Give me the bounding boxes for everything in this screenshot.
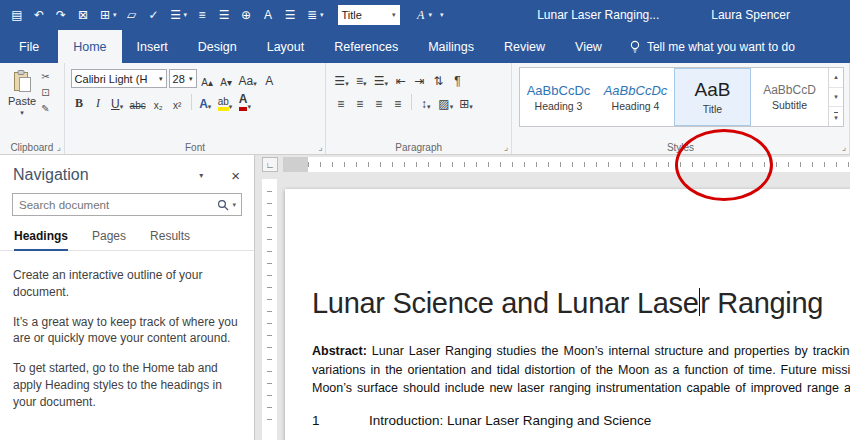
- tab-review[interactable]: Review: [489, 30, 560, 63]
- section-heading[interactable]: 1 Introduction: Lunar Laser Ranging and …: [312, 413, 850, 428]
- redo-button[interactable]: ↷: [54, 0, 68, 30]
- show-formatting-marks-button[interactable]: ¶: [449, 70, 466, 88]
- styles-dialog-launcher-icon[interactable]: ⌟: [842, 142, 846, 152]
- align-left-button[interactable]: ≡: [332, 93, 349, 111]
- close-icon[interactable]: ×: [231, 167, 240, 184]
- tab-mailings[interactable]: Mailings: [413, 30, 489, 63]
- vertical-ruler[interactable]: [262, 179, 277, 440]
- gallery-scroll-down-icon[interactable]: ▾: [829, 88, 843, 108]
- italic-button[interactable]: I: [90, 93, 107, 111]
- chevron-down-icon: ▾: [229, 103, 233, 111]
- text-effects-button[interactable]: A▾: [197, 93, 214, 111]
- cut-icon[interactable]: ✂: [41, 71, 49, 82]
- clipboard-group: Paste ▾ ✂ ⊡ ✎ Clipboard ⌟: [0, 63, 65, 154]
- strikethrough-button[interactable]: abc: [128, 93, 148, 111]
- bold-button[interactable]: B: [71, 93, 88, 111]
- decrease-indent-button[interactable]: ⇤: [392, 70, 409, 88]
- tab-layout[interactable]: Layout: [252, 30, 320, 63]
- font-dialog-launcher-icon[interactable]: ⌟: [318, 142, 322, 152]
- navigation-options-icon[interactable]: ▾: [199, 171, 203, 180]
- increase-indent-button[interactable]: ⇥: [411, 70, 428, 88]
- bullets-button-qat[interactable]: ☰▾: [169, 0, 188, 30]
- tab-references[interactable]: References: [319, 30, 413, 63]
- tab-design[interactable]: Design: [183, 30, 252, 63]
- numbering-button[interactable]: ≡▾: [353, 70, 370, 88]
- text-effects-button-qat[interactable]: A▾: [414, 0, 433, 30]
- open-folder-icon[interactable]: ▱: [125, 0, 139, 30]
- horizontal-ruler[interactable]: [283, 157, 850, 172]
- numbered-list-button[interactable]: ≣▾: [305, 0, 324, 30]
- multilevel-list-button[interactable]: ☰▾: [372, 70, 390, 88]
- list-icon[interactable]: ☰: [283, 0, 297, 30]
- line-spacing-button[interactable]: ↕▾: [417, 93, 434, 111]
- gallery-scroll-up-icon[interactable]: ▴: [829, 68, 843, 88]
- tab-file[interactable]: File: [0, 30, 58, 63]
- format-painter-icon[interactable]: ✎: [41, 103, 49, 114]
- font-color-button[interactable]: A▾: [236, 93, 253, 111]
- styles-group-label: Styles: [512, 142, 849, 153]
- bullets-button[interactable]: ☰▾: [332, 70, 350, 88]
- tab-results[interactable]: Results: [150, 229, 190, 250]
- clear-formatting-button[interactable]: A: [261, 70, 278, 88]
- tab-insert[interactable]: Insert: [122, 30, 183, 63]
- borders-button[interactable]: ⊞▾: [457, 93, 475, 111]
- tab-selector-button[interactable]: ∟: [262, 157, 278, 172]
- navigation-pane-title: Navigation: [13, 166, 199, 184]
- highlight-button[interactable]: ab▾: [216, 93, 235, 111]
- ruler-ticks: [267, 191, 272, 431]
- globe-icon[interactable]: ⊕: [239, 0, 253, 30]
- paste-button[interactable]: Paste ▾: [3, 67, 41, 117]
- grow-font-button[interactable]: A▴: [199, 70, 216, 88]
- chevron-down-icon: ▾: [450, 103, 454, 111]
- superscript-button[interactable]: x²: [169, 93, 186, 111]
- sort-button[interactable]: ⇅: [430, 70, 447, 88]
- clipboard-icon: [13, 70, 32, 93]
- document-page[interactable]: Lunar Science and Lunar Laser Ranging Ab…: [285, 189, 850, 440]
- align-center-button[interactable]: ≡: [351, 93, 368, 111]
- style-heading4[interactable]: AaBbCcDc Heading 4: [597, 68, 674, 126]
- qat-style-combo[interactable]: Title ▾: [338, 5, 400, 25]
- change-case-button[interactable]: Aa▾: [237, 70, 259, 88]
- font-name-combo[interactable]: Calibri Light (H ▾: [71, 69, 167, 88]
- text-effects-icon: A: [199, 97, 208, 111]
- search-input[interactable]: [13, 199, 212, 211]
- subscript-button[interactable]: x₂: [150, 93, 167, 111]
- tab-pages[interactable]: Pages: [92, 229, 126, 250]
- tab-home[interactable]: Home: [58, 30, 121, 63]
- search-controls[interactable]: ▾: [212, 199, 241, 211]
- copy-icon[interactable]: ⊡: [41, 87, 49, 98]
- delete-icon[interactable]: ⊠: [76, 0, 90, 30]
- align-right-button[interactable]: ≡: [370, 93, 387, 111]
- abstract-line-3: Moon’s surface should include new laser …: [312, 379, 850, 398]
- style-name: Heading 4: [612, 100, 660, 112]
- ribbon-tab-strip: File Home Insert Design Layout Reference…: [0, 30, 850, 63]
- chevron-down-icon: ▾: [427, 103, 431, 111]
- tell-me-box[interactable]: Tell me what you want to do: [629, 30, 795, 63]
- style-title[interactable]: AaB Title: [674, 68, 751, 126]
- abstract-paragraph[interactable]: Abstract: Lunar Laser Ranging studies th…: [312, 342, 850, 398]
- shading-button[interactable]: ▨▾: [436, 93, 455, 111]
- style-subtitle[interactable]: AaBbCcD Subtitle: [751, 68, 828, 126]
- tab-view[interactable]: View: [560, 30, 617, 63]
- signed-in-user[interactable]: Laura Spencer: [711, 8, 790, 22]
- qat-overflow-icon[interactable]: ▾: [440, 11, 444, 19]
- justify-button[interactable]: ≡: [389, 93, 406, 111]
- numbering-icon[interactable]: ≡: [195, 0, 209, 30]
- clipboard-dialog-launcher-icon[interactable]: ⌟: [56, 142, 60, 152]
- chevron-down-icon: ▾: [429, 11, 433, 19]
- style-heading3[interactable]: AaBbCcDc Heading 3: [520, 68, 597, 126]
- table-button[interactable]: ⊞▾: [98, 0, 117, 30]
- style-preview: AaBbCcDc: [604, 83, 668, 98]
- paragraph-dialog-launcher-icon[interactable]: ⌟: [504, 142, 508, 152]
- shrink-font-button[interactable]: A▾: [218, 70, 235, 88]
- save-icon[interactable]: ▤: [10, 0, 24, 30]
- align-icon[interactable]: ☰: [217, 0, 231, 30]
- underline-button[interactable]: U▾: [109, 93, 126, 111]
- tab-headings[interactable]: Headings: [14, 229, 68, 251]
- spelling-icon[interactable]: ✓: [147, 0, 161, 30]
- font-icon[interactable]: A: [261, 0, 275, 30]
- document-title-text[interactable]: Lunar Science and Lunar Laser Ranging: [312, 287, 850, 320]
- font-size-combo[interactable]: 28 ▾: [169, 69, 197, 88]
- undo-icon[interactable]: ↶: [32, 0, 46, 30]
- gallery-more-icon[interactable]: ▾: [829, 107, 843, 126]
